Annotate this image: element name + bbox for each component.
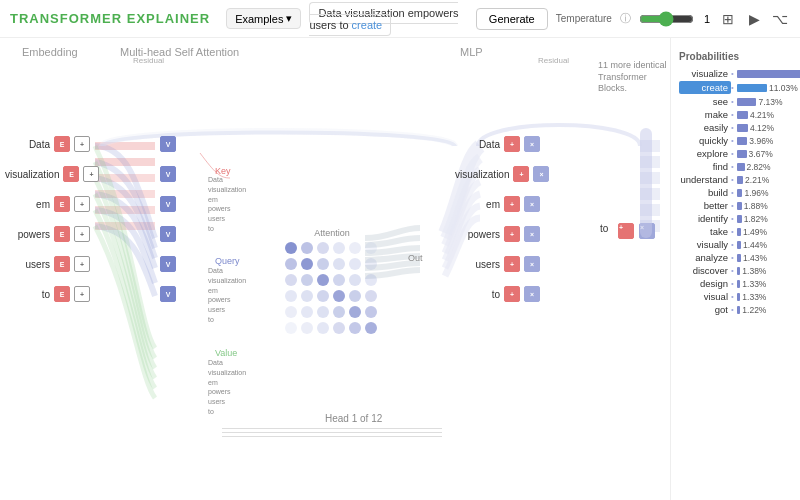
prob-row[interactable]: see•7.13%: [679, 96, 792, 107]
examples-button[interactable]: Examples ▾: [226, 8, 301, 29]
header-icons: ⊞ ▶ ⌥: [718, 9, 790, 29]
attention-dot: [365, 306, 377, 318]
prob-row[interactable]: explore•3.67%: [679, 148, 792, 159]
prob-row[interactable]: got•1.22%: [679, 304, 792, 315]
prob-percent: 1.88%: [744, 201, 768, 211]
generate-button[interactable]: Generate: [476, 8, 548, 30]
prob-row[interactable]: analyze•1.43%: [679, 252, 792, 263]
prob-bar-container: •2.21%: [731, 175, 792, 185]
attention-dot: [365, 274, 377, 286]
attention-dot: [285, 290, 297, 302]
prob-dot: •: [731, 188, 734, 197]
token-box-e: E: [54, 196, 70, 212]
attention-dot: [317, 258, 329, 270]
prob-percent: 2.82%: [747, 162, 771, 172]
prob-dot: •: [731, 292, 734, 301]
token-label: Data: [455, 139, 500, 150]
v-box: V: [160, 136, 176, 152]
prob-bar: [737, 124, 748, 132]
prompt-static-text: Data visualization empowers users to: [309, 7, 458, 31]
prob-row[interactable]: take•1.49%: [679, 226, 792, 237]
residual-label-1: Residual: [133, 56, 164, 65]
attention-dot: [301, 322, 313, 334]
token-item: to + ×: [455, 286, 549, 302]
token-box-e: E: [54, 286, 70, 302]
prob-bar: [737, 215, 742, 223]
grid-icon[interactable]: ⊞: [718, 9, 738, 29]
token-box-e: E: [54, 256, 70, 272]
prob-row[interactable]: create•11.03%: [679, 81, 792, 94]
prob-word: see: [679, 96, 731, 107]
prob-dot: •: [731, 214, 734, 223]
residual-label-2: Residual: [538, 56, 569, 65]
temperature-value: 1: [704, 13, 710, 25]
attention-dot: [301, 290, 313, 302]
prob-word: explore: [679, 148, 731, 159]
prob-word: visually: [679, 239, 731, 250]
prob-row[interactable]: design•1.33%: [679, 278, 792, 289]
mlp-box2: ×: [524, 226, 540, 242]
token-box-e: E: [63, 166, 79, 182]
prob-word: build: [679, 187, 731, 198]
prob-bar: [737, 163, 745, 171]
prob-bar-container: •3.96%: [731, 136, 792, 146]
prob-dot: •: [731, 162, 734, 171]
prob-percent: 1.44%: [743, 240, 767, 250]
token-item: Data E +: [5, 136, 99, 152]
softmax-bar: [640, 128, 652, 238]
mlp-tokens: Data + × visualization + × em + × powers…: [455, 136, 549, 302]
attention-dot: [285, 274, 297, 286]
prob-row[interactable]: easily•4.12%: [679, 122, 792, 133]
prob-bar-container: •1.38%: [731, 266, 792, 276]
token-label: visualization: [5, 169, 59, 180]
prob-row[interactable]: discover•1.38%: [679, 265, 792, 276]
attention-dot: [301, 242, 313, 254]
attention-dot: [301, 274, 313, 286]
token-item: V: [160, 256, 176, 272]
prob-row[interactable]: better•1.88%: [679, 200, 792, 211]
github-icon[interactable]: ⌥: [770, 9, 790, 29]
prob-dot: •: [731, 227, 734, 236]
prob-word: analyze: [679, 252, 731, 263]
prob-bar: [737, 150, 747, 158]
prob-word: understand: [679, 174, 731, 185]
out-label: Out: [408, 253, 423, 263]
prob-row[interactable]: find•2.82%: [679, 161, 792, 172]
prob-bar-container: •4.21%: [731, 110, 792, 120]
token-box-e: E: [54, 226, 70, 242]
mhsa-v-boxes: V V V V V V: [160, 136, 176, 302]
temperature-slider[interactable]: [639, 11, 694, 27]
prob-row[interactable]: understand•2.21%: [679, 174, 792, 185]
youtube-icon[interactable]: ▶: [744, 9, 764, 29]
prob-word: find: [679, 161, 731, 172]
attention-dot: [333, 274, 345, 286]
prob-bar-container: •1.44%: [731, 240, 792, 250]
chevron-down-icon: ▾: [286, 12, 292, 25]
app-logo: TRANSFORMER EXPLAINER: [10, 11, 210, 26]
prob-row[interactable]: build•1.96%: [679, 187, 792, 198]
token-item: users E +: [5, 256, 99, 272]
prob-word: visualize: [679, 68, 731, 79]
token-item: visualization + ×: [455, 166, 549, 182]
v-box: V: [160, 286, 176, 302]
attention-dot: [365, 258, 377, 270]
prob-word: got: [679, 304, 731, 315]
prob-row[interactable]: visualize•23.83%: [679, 68, 792, 79]
prob-bar: [737, 202, 742, 210]
query-tokens: Datavisualizationempowersusersto: [208, 266, 246, 325]
prob-bar-container: •11.03%: [731, 83, 798, 93]
prob-bar: [737, 70, 800, 78]
prob-row[interactable]: visually•1.44%: [679, 239, 792, 250]
examples-label: Examples: [235, 13, 283, 25]
prob-bar-container: •1.33%: [731, 292, 792, 302]
token-label: powers: [455, 229, 500, 240]
attention-dot: [317, 274, 329, 286]
prob-dot: •: [731, 149, 734, 158]
prob-row[interactable]: make•4.21%: [679, 109, 792, 120]
prob-word: take: [679, 226, 731, 237]
v-box: V: [160, 166, 176, 182]
prob-row[interactable]: quickly•3.96%: [679, 135, 792, 146]
prob-row[interactable]: visual•1.33%: [679, 291, 792, 302]
prob-dot: •: [731, 110, 734, 119]
prob-row[interactable]: identify•1.82%: [679, 213, 792, 224]
